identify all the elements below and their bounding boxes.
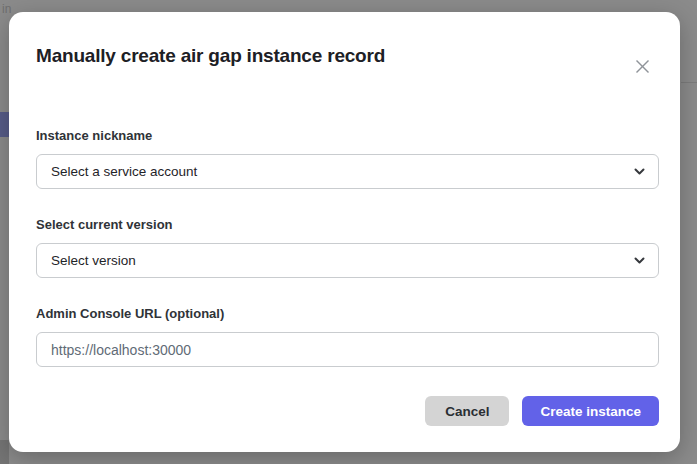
close-icon	[635, 59, 650, 74]
field-admin-console-url: Admin Console URL (optional)	[36, 306, 659, 367]
modal-title: Manually create air gap instance record	[36, 44, 659, 67]
close-button[interactable]	[628, 52, 656, 80]
background-left-bar-bottom	[0, 440, 9, 464]
cancel-button[interactable]: Cancel	[425, 396, 509, 426]
create-air-gap-instance-modal: Manually create air gap instance record …	[9, 12, 680, 452]
service-account-select[interactable]: Select a service account	[36, 154, 659, 189]
version-select[interactable]: Select version	[36, 243, 659, 278]
current-version-label: Select current version	[36, 217, 659, 233]
field-current-version: Select current version Select version	[36, 217, 659, 278]
field-instance-nickname: Instance nickname Select a service accou…	[36, 128, 659, 189]
background-left-bar	[0, 112, 9, 137]
background-clipped-text: in	[2, 2, 11, 16]
form-area: Instance nickname Select a service accou…	[36, 128, 659, 426]
modal-button-row: Cancel Create instance	[36, 396, 659, 426]
create-instance-button[interactable]: Create instance	[522, 396, 659, 426]
admin-console-url-input[interactable]	[36, 332, 659, 367]
instance-nickname-label: Instance nickname	[36, 128, 659, 144]
background-divider-line	[681, 82, 697, 83]
admin-console-url-label: Admin Console URL (optional)	[36, 306, 659, 322]
